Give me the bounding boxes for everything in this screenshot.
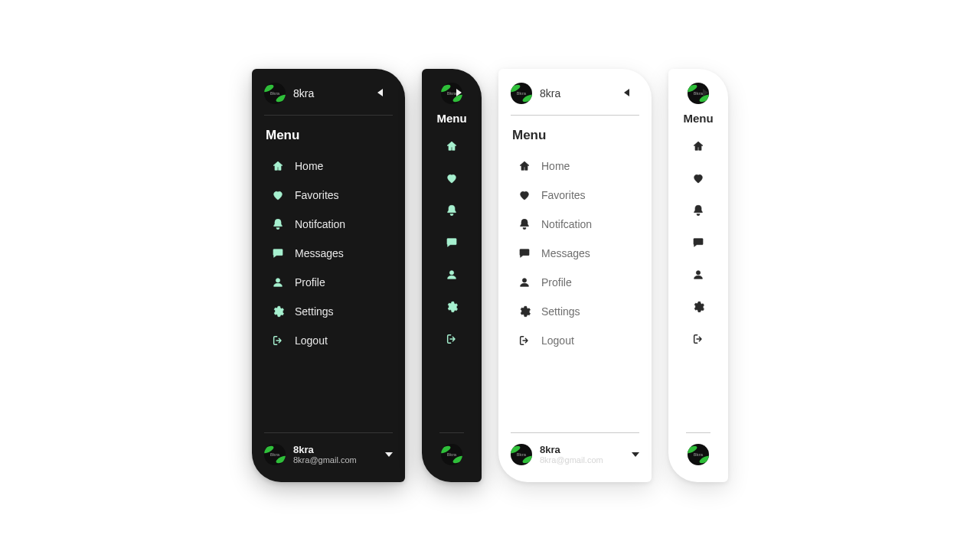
sidebar-item-label: Messages	[295, 247, 344, 259]
sidebar-item-label: Settings	[295, 305, 334, 318]
triangle-left-icon	[624, 89, 629, 96]
user-icon	[518, 276, 531, 289]
sidebar-dark-narrow: 8kraMenu8kra	[422, 69, 482, 482]
heart-icon	[692, 172, 704, 184]
chat-icon	[518, 247, 531, 259]
avatar-text: 8kra	[688, 444, 709, 465]
user-icon	[272, 276, 284, 289]
user-icon	[692, 269, 704, 281]
sidebar-item-favorites[interactable]: Favorites	[511, 183, 639, 207]
sidebar-header: 8kra	[688, 83, 709, 112]
collapse-toggle[interactable]	[453, 87, 464, 98]
sidebar-item-label: Logout	[541, 334, 574, 347]
sidebar-item-profile[interactable]: Profile	[264, 270, 393, 295]
divider	[264, 115, 393, 116]
chat-icon	[446, 236, 458, 249]
divider	[439, 432, 464, 433]
sidebar-item-notifcation[interactable]: Notifcation	[264, 212, 393, 236]
sidebar-item-settings[interactable]: Settings	[511, 299, 639, 324]
logout-icon	[518, 334, 531, 347]
sidebar-item-home[interactable]: Home	[264, 154, 393, 178]
sidebar-item-logout[interactable]: Logout	[511, 328, 639, 353]
bell-icon	[272, 218, 284, 230]
sidebar-footer[interactable]: 8kra	[688, 444, 709, 465]
triangle-right-icon	[703, 89, 708, 96]
menu-items	[689, 132, 707, 422]
section-heading: Menu	[683, 112, 713, 125]
sidebar-footer[interactable]: 8kra8kra8kra@gmail.com	[511, 444, 639, 465]
sidebar-item-settings[interactable]: Settings	[264, 299, 393, 324]
sidebar-header: 8kra	[441, 83, 462, 112]
gear-icon	[446, 301, 458, 313]
sidebar-item-settings[interactable]	[689, 293, 707, 321]
sidebar-item-home[interactable]	[689, 132, 707, 160]
sidebar-item-notifcation[interactable]: Notifcation	[511, 212, 639, 236]
sidebar-item-logout[interactable]: Logout	[264, 328, 393, 353]
collapse-toggle[interactable]	[700, 87, 710, 98]
sidebar-item-home[interactable]: Home	[511, 154, 639, 178]
collapse-toggle[interactable]	[621, 87, 632, 98]
avatar: 8kra	[441, 444, 462, 465]
home-icon	[692, 140, 704, 152]
section-heading: Menu	[266, 128, 393, 143]
sidebar-item-label: Home	[541, 160, 570, 172]
sidebar-item-home[interactable]	[443, 132, 461, 160]
sidebar-item-favorites[interactable]	[689, 165, 707, 192]
sidebar-item-profile[interactable]	[443, 261, 461, 289]
footer-username: 8kra	[540, 445, 603, 455]
menu-items: HomeFavoritesNotifcationMessagesProfileS…	[264, 154, 393, 422]
sidebar-item-label: Messages	[541, 247, 590, 259]
sidebar-item-label: Profile	[541, 276, 572, 289]
sidebar-item-profile[interactable]: Profile	[511, 270, 639, 295]
sidebar-item-label: Home	[295, 160, 323, 172]
chat-icon	[692, 236, 704, 249]
sidebar-footer[interactable]: 8kra	[441, 444, 462, 465]
home-icon	[446, 140, 458, 152]
sidebar-item-logout[interactable]	[689, 325, 707, 353]
divider	[511, 115, 639, 116]
heart-icon	[446, 172, 458, 184]
heart-icon	[518, 189, 531, 201]
home-icon	[518, 160, 531, 172]
divider	[511, 432, 639, 433]
sidebar-item-messages[interactable]: Messages	[511, 241, 639, 266]
collapse-toggle[interactable]	[374, 87, 385, 98]
logout-icon	[446, 333, 458, 345]
avatar-text: 8kra	[511, 444, 532, 465]
sidebar-item-messages[interactable]	[443, 229, 461, 256]
sidebar-item-messages[interactable]: Messages	[264, 241, 393, 266]
logout-icon	[692, 333, 704, 345]
chevron-down-icon	[385, 452, 393, 457]
avatar: 8kra	[511, 444, 532, 465]
sidebar-item-notifcation[interactable]	[689, 197, 707, 224]
bell-icon	[518, 218, 531, 230]
footer-email: 8kra@gmail.com	[293, 455, 357, 465]
gear-icon	[272, 305, 284, 318]
avatar: 8kra	[688, 444, 709, 465]
sidebar-item-logout[interactable]	[443, 325, 461, 353]
sidebar-item-profile[interactable]	[689, 261, 707, 289]
sidebar-item-favorites[interactable]	[443, 165, 461, 192]
footer-user-info: 8kra8kra@gmail.com	[540, 445, 603, 465]
sidebar-header: 8kra8kra	[264, 83, 393, 115]
chat-icon	[272, 247, 284, 259]
avatar-text: 8kra	[264, 444, 286, 465]
divider	[686, 432, 710, 433]
sidebar-item-label: Favorites	[295, 189, 339, 201]
chevron-down-icon	[632, 452, 639, 457]
triangle-right-icon	[456, 89, 462, 96]
sidebar-item-favorites[interactable]: Favorites	[264, 183, 393, 207]
sidebar-item-messages[interactable]	[689, 229, 707, 256]
avatar-text: 8kra	[511, 83, 532, 104]
avatar: 8kra	[264, 444, 286, 465]
logout-icon	[272, 334, 284, 347]
home-icon	[272, 160, 284, 172]
sidebar-item-notifcation[interactable]	[443, 197, 461, 224]
sidebar-item-settings[interactable]	[443, 293, 461, 321]
sidebar-item-label: Favorites	[541, 189, 586, 201]
divider	[264, 432, 393, 433]
menu-items	[443, 132, 461, 422]
sidebar-header: 8kra8kra	[511, 83, 639, 115]
gear-icon	[692, 301, 704, 313]
sidebar-footer[interactable]: 8kra8kra8kra@gmail.com	[264, 444, 393, 465]
